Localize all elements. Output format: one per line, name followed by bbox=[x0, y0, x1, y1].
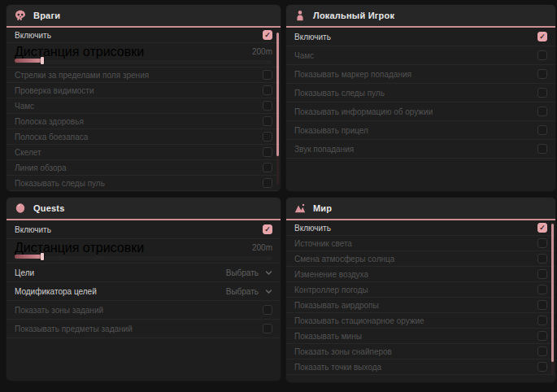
settings-row[interactable]: Показывать следы пуль bbox=[286, 84, 555, 102]
scrollbar-thumb[interactable] bbox=[276, 33, 279, 156]
scrollbar[interactable] bbox=[276, 33, 279, 185]
row-label: Показывать предметы заданий bbox=[15, 324, 133, 333]
row-label: Звук попадания bbox=[294, 145, 354, 154]
checkbox[interactable] bbox=[537, 285, 547, 294]
checkbox[interactable] bbox=[537, 107, 547, 116]
checkbox[interactable] bbox=[537, 254, 547, 264]
checkbox[interactable] bbox=[537, 32, 547, 41]
chevron-down-icon bbox=[265, 288, 272, 295]
slider-track bbox=[15, 256, 272, 260]
scrollbar-thumb[interactable] bbox=[551, 224, 554, 362]
settings-row[interactable]: Показывать следы пуль bbox=[7, 176, 281, 191]
settings-row[interactable]: Показывать мины bbox=[286, 329, 555, 344]
settings-row[interactable]: Показывать стационарное оружие bbox=[286, 313, 555, 329]
settings-row[interactable]: Показывать предметы заданий bbox=[7, 320, 281, 338]
settings-row[interactable]: Чамс bbox=[7, 98, 281, 114]
panel-quests: Quests Включить Дистанция отрисовки 200m… bbox=[7, 198, 281, 381]
settings-row[interactable]: Включить bbox=[7, 28, 281, 43]
settings-row[interactable]: Полоска боезапаса bbox=[7, 129, 281, 145]
checkbox[interactable] bbox=[263, 305, 272, 315]
settings-row[interactable]: Звук попадания bbox=[286, 140, 555, 159]
scrollbar[interactable] bbox=[551, 224, 554, 374]
settings-row[interactable]: Контроллер погоды bbox=[286, 282, 555, 298]
settings-row[interactable]: Источник света bbox=[286, 236, 555, 251]
checkbox[interactable] bbox=[537, 223, 547, 233]
checkbox[interactable] bbox=[537, 300, 547, 310]
checkbox[interactable] bbox=[263, 178, 272, 188]
slider-thumb[interactable] bbox=[41, 253, 44, 260]
row-label: Показывать прицел bbox=[294, 126, 368, 135]
checkbox[interactable] bbox=[537, 362, 547, 372]
settings-row[interactable]: Стрелки за пределами поля зрения bbox=[7, 68, 281, 83]
checkbox[interactable] bbox=[263, 116, 272, 126]
settings-row[interactable]: Показывать аирдропы bbox=[286, 298, 555, 313]
settings-row[interactable]: Показывать информацию об оружии bbox=[286, 102, 555, 121]
slider-track bbox=[15, 60, 272, 64]
slider-thumb[interactable] bbox=[41, 57, 44, 64]
row-label: Включить bbox=[15, 31, 51, 40]
settings-row[interactable]: Показать точки выхода bbox=[286, 359, 555, 375]
panel-title: Quests bbox=[33, 203, 65, 213]
select-dropdown[interactable]: Выбрать bbox=[226, 268, 272, 277]
panel-header: Враги bbox=[7, 5, 281, 28]
settings-row[interactable]: Полоска здоровья bbox=[7, 114, 281, 129]
settings-row[interactable]: Включить bbox=[286, 28, 555, 46]
select-dropdown[interactable]: Выбрать bbox=[226, 287, 272, 296]
checkbox[interactable] bbox=[537, 269, 547, 279]
row-label: Проверка видимости bbox=[15, 86, 94, 95]
checkbox[interactable] bbox=[537, 316, 547, 325]
panel-title: Враги bbox=[33, 11, 60, 20]
row-label: Включить bbox=[15, 225, 51, 234]
settings-row[interactable]: Линия обзора bbox=[7, 160, 281, 176]
settings-row[interactable]: Чамс bbox=[286, 46, 555, 65]
row-label: Показать точки выхода bbox=[294, 363, 381, 372]
checkbox[interactable] bbox=[537, 331, 547, 341]
overlay-settings-page: { "accent_color": "#dc959d", "panels": [… bbox=[0, 0, 557, 392]
settings-row[interactable]: Проверка видимости bbox=[7, 83, 281, 98]
checkbox[interactable] bbox=[263, 101, 272, 111]
row-label: Показать зоны заданий bbox=[15, 306, 103, 315]
row-label: Показать зоны снайперов bbox=[294, 347, 392, 356]
checkbox[interactable] bbox=[537, 69, 547, 79]
settings-row[interactable]: Смена атмосферы солнца bbox=[286, 251, 555, 267]
settings-row[interactable]: Включить bbox=[286, 220, 555, 236]
checkbox[interactable] bbox=[537, 144, 547, 154]
settings-row[interactable]: Изменение воздуха bbox=[286, 267, 555, 282]
checkbox[interactable] bbox=[537, 238, 547, 248]
distance-slider[interactable] bbox=[15, 255, 272, 262]
settings-row[interactable]: Показывать маркер попадания bbox=[286, 65, 555, 84]
checkbox[interactable] bbox=[263, 163, 272, 172]
checkbox[interactable] bbox=[263, 30, 272, 40]
row-label: Показывать стационарное оружие bbox=[294, 316, 424, 325]
checkbox[interactable] bbox=[537, 125, 547, 135]
select-row: Модификатора целей Выбрать bbox=[7, 282, 281, 301]
row-label: Чамс bbox=[294, 51, 314, 60]
checkbox[interactable] bbox=[537, 88, 547, 98]
settings-row[interactable]: Скелет bbox=[7, 145, 281, 160]
row-value: 200m bbox=[252, 243, 272, 252]
checkbox[interactable] bbox=[263, 132, 272, 142]
settings-row[interactable]: Включить bbox=[7, 220, 281, 239]
settings-row[interactable]: Показать зоны заданий bbox=[7, 301, 281, 320]
panel-local-player: Локальный Игрок Включить Чамс Показывать… bbox=[286, 5, 555, 191]
distance-slider[interactable] bbox=[15, 59, 272, 66]
checkbox[interactable] bbox=[537, 50, 547, 60]
checkbox[interactable] bbox=[537, 346, 547, 356]
checkbox[interactable] bbox=[263, 70, 272, 80]
panel-header: Quests bbox=[7, 198, 281, 220]
checkbox[interactable] bbox=[263, 324, 272, 333]
row-label: Чамс bbox=[15, 102, 34, 111]
slider-fill bbox=[15, 255, 43, 259]
settings-row[interactable]: Показать зоны снайперов bbox=[286, 344, 555, 359]
settings-list: Включить Источник света Смена атмосферы … bbox=[286, 220, 555, 375]
checkbox[interactable] bbox=[263, 85, 272, 95]
settings-list: Включить Дистанция отрисовки 200m Цели В… bbox=[7, 220, 281, 338]
settings-list: Включить Дистанция отрисовки 200m Стрелк… bbox=[7, 28, 281, 191]
row-label: Полоска боезапаса bbox=[15, 133, 88, 142]
select-value: Выбрать bbox=[226, 287, 259, 296]
checkbox[interactable] bbox=[263, 147, 272, 157]
settings-row[interactable]: Показывать прицел bbox=[286, 121, 555, 140]
row-label: Включить bbox=[294, 33, 331, 41]
checkbox[interactable] bbox=[263, 224, 272, 234]
row-label: Показывать информацию об оружии bbox=[294, 107, 433, 116]
